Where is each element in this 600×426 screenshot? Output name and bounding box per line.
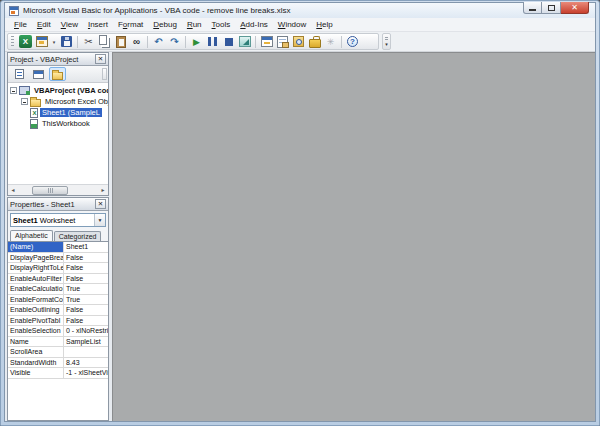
collapse-minus-icon[interactable] <box>21 98 28 105</box>
property-name[interactable]: Name <box>8 337 64 347</box>
title-bar[interactable]: Microsoft Visual Basic for Applications … <box>5 3 595 18</box>
insert-userform-button[interactable] <box>34 34 49 49</box>
minimize-button[interactable] <box>523 2 542 14</box>
property-row[interactable]: EnableFormatCoTrue <box>8 295 108 306</box>
project-explorer-button[interactable] <box>259 34 274 49</box>
tree-item-thisworkbook[interactable]: ThisWorkbook <box>8 118 108 129</box>
close-button[interactable]: ✕ <box>561 2 589 14</box>
property-row[interactable]: EnableAutoFilterFalse <box>8 274 108 285</box>
property-value[interactable] <box>64 347 108 357</box>
property-row[interactable]: ScrollArea <box>8 347 108 358</box>
vba-editor-window: Microsoft Visual Basic for Applications … <box>0 0 600 426</box>
scrollbar-track[interactable] <box>18 186 98 195</box>
property-name[interactable]: (Name) <box>8 242 64 252</box>
tree-item-vbaproject-vba-cod[interactable]: VBAProject (VBA cod <box>8 85 108 96</box>
property-value[interactable]: True <box>64 295 108 305</box>
break-button[interactable] <box>205 34 220 49</box>
cut-button[interactable] <box>81 34 96 49</box>
property-value[interactable]: 8.43 <box>64 358 108 368</box>
property-row[interactable]: EnableSelection0 - xlNoRestric <box>8 326 108 337</box>
property-row[interactable]: StandardWidth8.43 <box>8 358 108 369</box>
scroll-right-icon[interactable]: ► <box>98 187 108 193</box>
view-code-button[interactable] <box>11 67 28 81</box>
property-value[interactable]: True <box>64 284 108 294</box>
help-button[interactable] <box>345 34 360 49</box>
menu-tools[interactable]: Tools <box>207 19 236 30</box>
object-browser-button[interactable] <box>291 34 306 49</box>
property-value[interactable]: False <box>64 253 108 263</box>
find-button[interactable] <box>129 34 144 49</box>
collapse-minus-icon[interactable] <box>10 87 17 94</box>
property-name[interactable]: EnableCalculatio <box>8 284 64 294</box>
toggle-folders-button[interactable] <box>49 67 66 81</box>
properties-panel-close-button[interactable]: ✕ <box>95 199 106 209</box>
toolbar-drag-handle[interactable] <box>11 36 14 47</box>
toolbar-options-button[interactable]: ▾ <box>382 33 391 50</box>
run-button[interactable] <box>189 34 204 49</box>
menu-debug[interactable]: Debug <box>148 19 182 30</box>
property-row[interactable]: DisplayPageBreaFalse <box>8 253 108 264</box>
object-selector-dropdown[interactable]: Sheet1 Worksheet ▼ <box>10 213 106 227</box>
property-row[interactable]: (Name)Sheet1 <box>8 242 108 253</box>
property-name[interactable]: StandardWidth <box>8 358 64 368</box>
project-horizontal-scrollbar[interactable]: ◄ ► <box>8 184 108 195</box>
undo-button[interactable] <box>151 34 166 49</box>
property-value[interactable]: False <box>64 305 108 315</box>
scrollbar-thumb[interactable] <box>32 186 68 195</box>
menu-insert[interactable]: Insert <box>83 19 113 30</box>
property-value[interactable]: 0 - xlNoRestric <box>64 326 108 336</box>
property-value[interactable]: SampleList <box>64 337 108 347</box>
redo-button[interactable] <box>167 34 182 49</box>
view-object-button[interactable] <box>30 67 47 81</box>
property-name[interactable]: ScrollArea <box>8 347 64 357</box>
menu-edit[interactable]: Edit <box>32 19 56 30</box>
insert-dropdown-icon[interactable]: ▾ <box>50 34 58 49</box>
scroll-left-icon[interactable]: ◄ <box>8 187 18 193</box>
tree-item-sheet1-samplel[interactable]: Sheet1 (SampleL <box>8 107 108 118</box>
tab-categorized[interactable]: Categorized <box>54 231 102 241</box>
tree-item-microsoft-excel-obje[interactable]: Microsoft Excel Obje <box>8 96 108 107</box>
property-row[interactable]: EnableOutliningFalse <box>8 305 108 316</box>
chevron-down-icon[interactable]: ▼ <box>94 214 105 226</box>
menu-help[interactable]: Help <box>311 19 337 30</box>
design-mode-button[interactable] <box>237 34 252 49</box>
property-name[interactable]: EnableSelection <box>8 326 64 336</box>
property-name[interactable]: EnableOutlining <box>8 305 64 315</box>
menu-file[interactable]: File <box>9 19 32 30</box>
property-value[interactable]: Sheet1 <box>64 242 108 252</box>
property-name[interactable]: Visible <box>8 368 64 378</box>
property-name[interactable]: EnablePivotTabl <box>8 316 64 326</box>
project-panel-header[interactable]: Project - VBAProject ✕ <box>8 53 108 66</box>
property-value[interactable]: False <box>64 316 108 326</box>
view-excel-button[interactable] <box>18 34 33 49</box>
menu-format[interactable]: Format <box>113 19 148 30</box>
property-name[interactable]: DisplayPageBrea <box>8 253 64 263</box>
menu-view[interactable]: View <box>56 19 83 30</box>
property-name[interactable]: EnableAutoFilter <box>8 274 64 284</box>
property-name[interactable]: EnableFormatCo <box>8 295 64 305</box>
property-row[interactable]: Visible-1 - xlSheetVisi <box>8 368 108 379</box>
menu-window[interactable]: Window <box>273 19 311 30</box>
property-value[interactable]: False <box>64 274 108 284</box>
menu-add-ins[interactable]: Add-Ins <box>235 19 273 30</box>
menu-run[interactable]: Run <box>182 19 207 30</box>
properties-panel-header[interactable]: Properties - Sheet1 ✕ <box>8 198 108 211</box>
property-row[interactable]: EnablePivotTablFalse <box>8 316 108 327</box>
copy-button[interactable] <box>97 34 112 49</box>
save-button[interactable] <box>59 34 74 49</box>
office-button[interactable] <box>323 34 338 49</box>
property-row[interactable]: NameSampleList <box>8 337 108 348</box>
paste-button[interactable] <box>113 34 128 49</box>
property-row[interactable]: DisplayRightToLeFalse <box>8 263 108 274</box>
maximize-button[interactable] <box>542 2 561 14</box>
project-toolbar-grip[interactable] <box>102 68 107 80</box>
property-value[interactable]: False <box>64 263 108 273</box>
properties-window-button[interactable] <box>275 34 290 49</box>
project-panel-close-button[interactable]: ✕ <box>95 54 106 64</box>
toolbox-button[interactable] <box>307 34 322 49</box>
property-row[interactable]: EnableCalculatioTrue <box>8 284 108 295</box>
tab-alphabetic[interactable]: Alphabetic <box>10 230 53 241</box>
reset-button[interactable] <box>221 34 236 49</box>
property-name[interactable]: DisplayRightToLe <box>8 263 64 273</box>
property-value[interactable]: -1 - xlSheetVisi <box>64 368 108 378</box>
